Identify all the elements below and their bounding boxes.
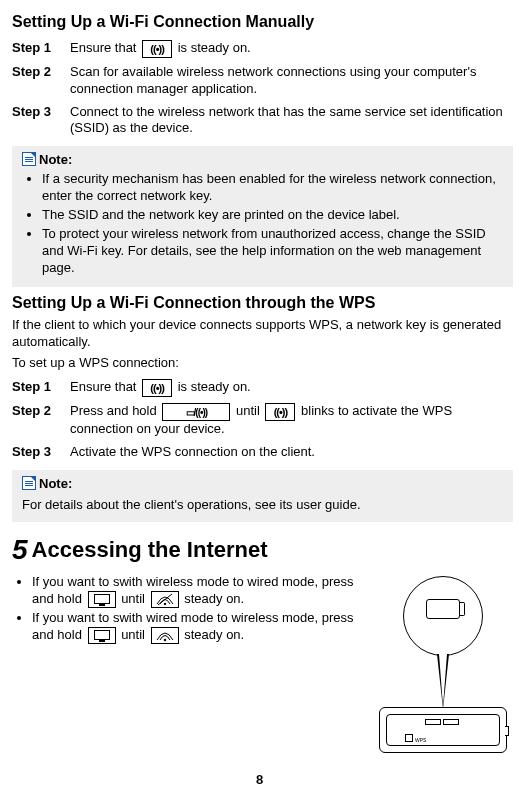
- wifi-icon: ((•)): [265, 403, 295, 421]
- wps-step1-body: Ensure that ((•)) is steady on.: [70, 376, 513, 400]
- note1-head: Note:: [22, 152, 503, 169]
- note2-body: For details about the client's operation…: [22, 497, 503, 514]
- note1-bullet-2: The SSID and the network key are printed…: [42, 207, 503, 224]
- note-2: Note: For details about the client's ope…: [12, 470, 513, 522]
- svg-point-0: [163, 603, 165, 605]
- step1-body: Ensure that ((•)) is steady on.: [70, 37, 513, 61]
- wps-step1-label: Step 1: [12, 376, 70, 400]
- section-title: Accessing the Internet: [32, 537, 268, 562]
- steps-manual: Step 1 Ensure that ((•)) is steady on. S…: [12, 37, 513, 141]
- wifi-icon: ((•)): [142, 379, 172, 397]
- device-outline: WPS: [379, 707, 507, 753]
- step2-label: Step 2: [12, 61, 70, 101]
- step1-label: Step 1: [12, 37, 70, 61]
- wps-step2-b: until: [236, 404, 263, 419]
- note1-bullet-1: If a security mechanism has been enabled…: [42, 171, 503, 205]
- page-number: 8: [0, 772, 519, 789]
- wired-icon: [88, 591, 116, 608]
- wps-step3-label: Step 3: [12, 441, 70, 464]
- steps-wps: Step 1 Ensure that ((•)) is steady on. S…: [12, 376, 513, 464]
- wps-step2-label: Step 2: [12, 400, 70, 441]
- wps-step1-b: is steady on.: [178, 380, 251, 395]
- note-1: Note: If a security mechanism has been e…: [12, 146, 513, 286]
- wps-intro: If the client to which your device conne…: [12, 317, 513, 351]
- note-icon: [22, 152, 36, 166]
- wps-step3-body: Activate the WPS connection on the clien…: [70, 441, 513, 464]
- wps-setup-label: To set up a WPS connection:: [12, 355, 513, 372]
- wireless-icon: [151, 627, 179, 644]
- svg-point-2: [163, 639, 165, 641]
- wps-step2-a: Press and hold: [70, 404, 160, 419]
- wifi-icon: ((•)): [142, 40, 172, 58]
- step3-label: Step 3: [12, 101, 70, 141]
- access-bullets: If you want to swith wireless mode to wi…: [12, 574, 367, 644]
- wireless-slash-icon: [151, 591, 179, 608]
- callout-pointer: [437, 654, 449, 709]
- section-5-heading: 5Accessing the Internet: [12, 532, 513, 568]
- note-icon: [22, 476, 36, 490]
- access-bullet-1: If you want to swith wireless mode to wi…: [32, 574, 367, 608]
- step1-text-a: Ensure that: [70, 40, 140, 55]
- heading-manual-wifi: Setting Up a Wi-Fi Connection Manually: [12, 12, 513, 33]
- section-number: 5: [12, 534, 28, 565]
- step2-body: Scan for available wireless network conn…: [70, 61, 513, 101]
- device-button-icon: [426, 599, 460, 619]
- note2-head: Note:: [22, 476, 503, 493]
- note1-bullet-3: To protect your wireless network from un…: [42, 226, 503, 277]
- device-illustration: WPS: [379, 572, 507, 753]
- wps-step1-a: Ensure that: [70, 380, 140, 395]
- access-bullet-2: If you want to swith wired mode to wirel…: [32, 610, 367, 644]
- mode-toggle-icon: ▭/((•)): [162, 403, 230, 421]
- wps-step2-body: Press and hold ▭/((•)) until ((•)) blink…: [70, 400, 513, 441]
- heading-wps: Setting Up a Wi-Fi Connection through th…: [12, 293, 513, 314]
- wired-icon: [88, 627, 116, 644]
- zoom-circle: [403, 576, 483, 656]
- step3-body: Connect to the wireless network that has…: [70, 101, 513, 141]
- device-wps-label: WPS: [415, 737, 426, 744]
- step1-text-b: is steady on.: [178, 40, 251, 55]
